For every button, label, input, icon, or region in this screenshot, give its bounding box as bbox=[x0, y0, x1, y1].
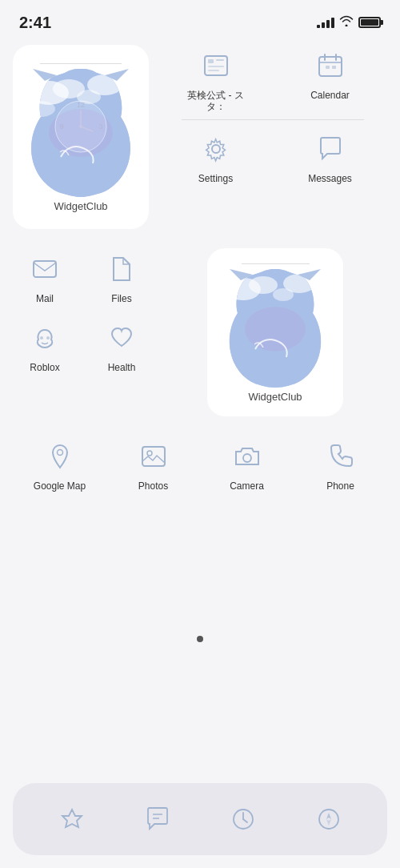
svg-rect-20 bbox=[208, 70, 219, 71]
google-map-label: Google Map bbox=[34, 480, 86, 492]
health-icon bbox=[101, 317, 142, 359]
calendar-icon bbox=[310, 45, 351, 86]
svg-rect-40 bbox=[142, 447, 165, 466]
phone-label: Phone bbox=[326, 480, 354, 492]
svg-rect-21 bbox=[319, 57, 342, 76]
row1-apps-top: 英検公式 - スタ： Calendar bbox=[158, 45, 387, 113]
svg-marker-49 bbox=[326, 813, 331, 819]
svg-point-42 bbox=[243, 454, 251, 462]
svg-text:9: 9 bbox=[59, 123, 63, 131]
app-camera[interactable]: Camera bbox=[215, 436, 279, 492]
widget2-inner: WidgetClub bbox=[207, 255, 343, 409]
svg-rect-17 bbox=[208, 59, 214, 63]
row2-apps-top: Mail Files bbox=[13, 248, 154, 304]
eiken-icon bbox=[195, 45, 237, 86]
svg-point-41 bbox=[147, 451, 152, 456]
dock-messages[interactable] bbox=[135, 797, 180, 842]
photos-label: Photos bbox=[138, 480, 168, 492]
google-map-icon bbox=[39, 436, 81, 477]
row-1: 12 9 3 bbox=[13, 45, 387, 229]
dock bbox=[13, 783, 387, 855]
status-time: 2:41 bbox=[19, 14, 51, 32]
app-roblox[interactable]: Roblox bbox=[13, 317, 77, 373]
dock-compass[interactable] bbox=[306, 797, 351, 842]
mail-label: Mail bbox=[36, 293, 54, 304]
widget-1-label: WidgetClub bbox=[54, 200, 107, 212]
row-2: Mail Files bbox=[13, 248, 387, 416]
camera-icon bbox=[226, 436, 268, 477]
svg-point-5 bbox=[26, 101, 55, 117]
settings-label: Settings bbox=[198, 173, 233, 184]
row2-apps-bottom: Roblox Health bbox=[13, 317, 154, 373]
status-bar: 2:41 bbox=[0, 0, 400, 38]
svg-point-48 bbox=[319, 810, 338, 829]
row1-apps-bottom: Settings Messages bbox=[158, 128, 387, 184]
svg-point-35 bbox=[273, 288, 294, 301]
page-indicator bbox=[0, 636, 400, 642]
app-phone[interactable]: Phone bbox=[309, 436, 373, 492]
cat-widget: 12 9 3 bbox=[25, 69, 137, 197]
svg-text:3: 3 bbox=[98, 123, 102, 131]
dock-clock[interactable] bbox=[221, 797, 266, 842]
photos-icon bbox=[133, 436, 174, 477]
widget-inner: 12 9 3 bbox=[13, 55, 149, 219]
svg-point-27 bbox=[212, 145, 220, 153]
signal-icon bbox=[317, 18, 334, 28]
app-mail[interactable]: Mail bbox=[13, 248, 77, 304]
app-photos[interactable]: Photos bbox=[122, 436, 186, 492]
phone-icon bbox=[320, 436, 362, 477]
status-icons bbox=[317, 15, 381, 30]
roblox-icon bbox=[24, 317, 66, 359]
widget2-divider bbox=[242, 263, 310, 264]
app-eiken[interactable]: 英検公式 - スタ： bbox=[184, 45, 248, 113]
right-divider bbox=[182, 119, 365, 120]
app-google-map[interactable]: Google Map bbox=[28, 436, 92, 492]
wifi-icon bbox=[339, 15, 354, 30]
calendar-label: Calendar bbox=[310, 90, 350, 101]
svg-point-39 bbox=[57, 450, 62, 456]
row2-left-apps: Mail Files bbox=[13, 248, 154, 374]
roblox-label: Roblox bbox=[30, 362, 59, 373]
widget-divider bbox=[40, 63, 122, 64]
row1-right-apps: 英検公式 - スタ： Calendar bbox=[158, 45, 387, 191]
widget-2-label: WidgetClub bbox=[248, 391, 302, 403]
app-health[interactable]: Health bbox=[90, 317, 154, 373]
svg-rect-26 bbox=[332, 66, 336, 69]
svg-point-36 bbox=[245, 307, 306, 352]
files-label: Files bbox=[111, 293, 131, 304]
app-files[interactable]: Files bbox=[90, 248, 154, 304]
app-messages[interactable]: Messages bbox=[298, 128, 362, 184]
svg-point-29 bbox=[40, 336, 43, 340]
widgetclub-widget-2[interactable]: WidgetClub bbox=[207, 248, 343, 416]
svg-point-30 bbox=[46, 336, 50, 340]
messages-icon bbox=[310, 128, 351, 170]
files-icon bbox=[101, 248, 142, 290]
widgetclub-widget-1[interactable]: 12 9 3 bbox=[13, 45, 149, 229]
health-label: Health bbox=[108, 362, 136, 373]
app-calendar[interactable]: Calendar bbox=[298, 45, 362, 113]
page-dot-active bbox=[197, 636, 203, 642]
settings-icon bbox=[195, 128, 237, 170]
dock-appstore[interactable] bbox=[50, 797, 94, 842]
svg-point-13 bbox=[79, 125, 82, 128]
svg-text:12: 12 bbox=[77, 101, 85, 109]
svg-line-47 bbox=[243, 819, 247, 822]
svg-point-33 bbox=[249, 276, 278, 294]
svg-marker-50 bbox=[326, 819, 331, 826]
messages-label: Messages bbox=[308, 173, 352, 184]
widget2-cat bbox=[223, 269, 327, 388]
row2-right: WidgetClub bbox=[163, 248, 387, 416]
app-settings[interactable]: Settings bbox=[184, 128, 248, 184]
main-content: 12 9 3 bbox=[0, 38, 400, 492]
svg-rect-25 bbox=[326, 66, 330, 69]
battery-icon bbox=[358, 17, 381, 28]
eiken-label: 英検公式 - スタ： bbox=[184, 90, 248, 113]
row-3: Google Map Photos Camera bbox=[13, 436, 387, 492]
svg-rect-28 bbox=[34, 261, 56, 277]
mail-icon bbox=[24, 248, 66, 290]
svg-rect-18 bbox=[216, 59, 224, 61]
camera-label: Camera bbox=[230, 480, 264, 492]
svg-rect-19 bbox=[208, 66, 224, 67]
